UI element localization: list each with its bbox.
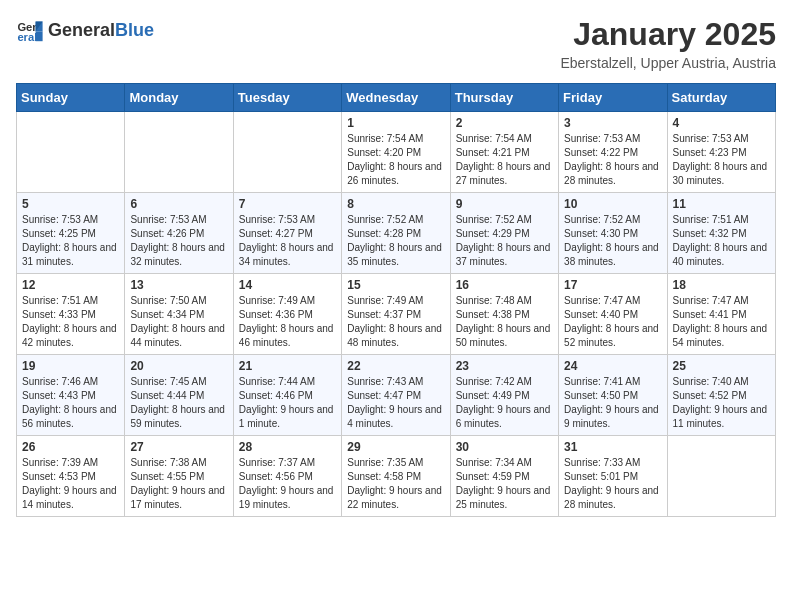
day-info: Sunrise: 7:39 AMSunset: 4:53 PMDaylight:… bbox=[22, 456, 119, 512]
calendar-cell: 1Sunrise: 7:54 AMSunset: 4:20 PMDaylight… bbox=[342, 112, 450, 193]
day-number: 3 bbox=[564, 116, 661, 130]
calendar-cell: 13Sunrise: 7:50 AMSunset: 4:34 PMDayligh… bbox=[125, 274, 233, 355]
logo-icon: Gen eral bbox=[16, 16, 44, 44]
day-info: Sunrise: 7:47 AMSunset: 4:40 PMDaylight:… bbox=[564, 294, 661, 350]
day-number: 4 bbox=[673, 116, 770, 130]
day-number: 10 bbox=[564, 197, 661, 211]
day-info: Sunrise: 7:38 AMSunset: 4:55 PMDaylight:… bbox=[130, 456, 227, 512]
day-number: 15 bbox=[347, 278, 444, 292]
weekday-header-tuesday: Tuesday bbox=[233, 84, 341, 112]
calendar-cell: 8Sunrise: 7:52 AMSunset: 4:28 PMDaylight… bbox=[342, 193, 450, 274]
weekday-header-friday: Friday bbox=[559, 84, 667, 112]
day-number: 8 bbox=[347, 197, 444, 211]
logo-blue-text: Blue bbox=[115, 20, 154, 40]
calendar-subtitle: Eberstalzell, Upper Austria, Austria bbox=[560, 55, 776, 71]
day-info: Sunrise: 7:54 AMSunset: 4:21 PMDaylight:… bbox=[456, 132, 553, 188]
calendar-table: SundayMondayTuesdayWednesdayThursdayFrid… bbox=[16, 83, 776, 517]
calendar-cell: 26Sunrise: 7:39 AMSunset: 4:53 PMDayligh… bbox=[17, 436, 125, 517]
day-info: Sunrise: 7:34 AMSunset: 4:59 PMDaylight:… bbox=[456, 456, 553, 512]
day-number: 26 bbox=[22, 440, 119, 454]
day-info: Sunrise: 7:53 AMSunset: 4:22 PMDaylight:… bbox=[564, 132, 661, 188]
calendar-cell: 3Sunrise: 7:53 AMSunset: 4:22 PMDaylight… bbox=[559, 112, 667, 193]
day-number: 29 bbox=[347, 440, 444, 454]
day-info: Sunrise: 7:50 AMSunset: 4:34 PMDaylight:… bbox=[130, 294, 227, 350]
weekday-header-wednesday: Wednesday bbox=[342, 84, 450, 112]
day-info: Sunrise: 7:44 AMSunset: 4:46 PMDaylight:… bbox=[239, 375, 336, 431]
day-number: 30 bbox=[456, 440, 553, 454]
day-number: 19 bbox=[22, 359, 119, 373]
day-number: 16 bbox=[456, 278, 553, 292]
day-number: 20 bbox=[130, 359, 227, 373]
day-info: Sunrise: 7:51 AMSunset: 4:33 PMDaylight:… bbox=[22, 294, 119, 350]
day-info: Sunrise: 7:54 AMSunset: 4:20 PMDaylight:… bbox=[347, 132, 444, 188]
calendar-cell: 31Sunrise: 7:33 AMSunset: 5:01 PMDayligh… bbox=[559, 436, 667, 517]
day-number: 9 bbox=[456, 197, 553, 211]
calendar-cell: 5Sunrise: 7:53 AMSunset: 4:25 PMDaylight… bbox=[17, 193, 125, 274]
weekday-header-row: SundayMondayTuesdayWednesdayThursdayFrid… bbox=[17, 84, 776, 112]
day-info: Sunrise: 7:33 AMSunset: 5:01 PMDaylight:… bbox=[564, 456, 661, 512]
calendar-cell: 11Sunrise: 7:51 AMSunset: 4:32 PMDayligh… bbox=[667, 193, 775, 274]
day-number: 25 bbox=[673, 359, 770, 373]
svg-rect-4 bbox=[36, 31, 43, 41]
calendar-cell: 18Sunrise: 7:47 AMSunset: 4:41 PMDayligh… bbox=[667, 274, 775, 355]
day-number: 18 bbox=[673, 278, 770, 292]
day-number: 24 bbox=[564, 359, 661, 373]
calendar-cell: 14Sunrise: 7:49 AMSunset: 4:36 PMDayligh… bbox=[233, 274, 341, 355]
day-info: Sunrise: 7:51 AMSunset: 4:32 PMDaylight:… bbox=[673, 213, 770, 269]
calendar-cell: 25Sunrise: 7:40 AMSunset: 4:52 PMDayligh… bbox=[667, 355, 775, 436]
day-number: 22 bbox=[347, 359, 444, 373]
day-info: Sunrise: 7:42 AMSunset: 4:49 PMDaylight:… bbox=[456, 375, 553, 431]
calendar-cell: 19Sunrise: 7:46 AMSunset: 4:43 PMDayligh… bbox=[17, 355, 125, 436]
day-number: 17 bbox=[564, 278, 661, 292]
calendar-title: January 2025 bbox=[560, 16, 776, 53]
day-number: 1 bbox=[347, 116, 444, 130]
calendar-cell bbox=[233, 112, 341, 193]
calendar-cell: 22Sunrise: 7:43 AMSunset: 4:47 PMDayligh… bbox=[342, 355, 450, 436]
calendar-cell: 29Sunrise: 7:35 AMSunset: 4:58 PMDayligh… bbox=[342, 436, 450, 517]
calendar-cell: 24Sunrise: 7:41 AMSunset: 4:50 PMDayligh… bbox=[559, 355, 667, 436]
logo-general-text: General bbox=[48, 20, 115, 40]
weekday-header-sunday: Sunday bbox=[17, 84, 125, 112]
calendar-cell: 30Sunrise: 7:34 AMSunset: 4:59 PMDayligh… bbox=[450, 436, 558, 517]
calendar-week-2: 5Sunrise: 7:53 AMSunset: 4:25 PMDaylight… bbox=[17, 193, 776, 274]
day-number: 6 bbox=[130, 197, 227, 211]
calendar-cell: 28Sunrise: 7:37 AMSunset: 4:56 PMDayligh… bbox=[233, 436, 341, 517]
weekday-header-thursday: Thursday bbox=[450, 84, 558, 112]
calendar-week-4: 19Sunrise: 7:46 AMSunset: 4:43 PMDayligh… bbox=[17, 355, 776, 436]
day-number: 31 bbox=[564, 440, 661, 454]
day-number: 14 bbox=[239, 278, 336, 292]
calendar-cell: 12Sunrise: 7:51 AMSunset: 4:33 PMDayligh… bbox=[17, 274, 125, 355]
day-number: 7 bbox=[239, 197, 336, 211]
day-info: Sunrise: 7:40 AMSunset: 4:52 PMDaylight:… bbox=[673, 375, 770, 431]
calendar-cell: 16Sunrise: 7:48 AMSunset: 4:38 PMDayligh… bbox=[450, 274, 558, 355]
calendar-cell: 2Sunrise: 7:54 AMSunset: 4:21 PMDaylight… bbox=[450, 112, 558, 193]
day-info: Sunrise: 7:48 AMSunset: 4:38 PMDaylight:… bbox=[456, 294, 553, 350]
day-info: Sunrise: 7:53 AMSunset: 4:26 PMDaylight:… bbox=[130, 213, 227, 269]
page-header: Gen eral GeneralBlue January 2025 Eberst… bbox=[16, 16, 776, 71]
calendar-cell: 15Sunrise: 7:49 AMSunset: 4:37 PMDayligh… bbox=[342, 274, 450, 355]
calendar-cell: 23Sunrise: 7:42 AMSunset: 4:49 PMDayligh… bbox=[450, 355, 558, 436]
day-info: Sunrise: 7:35 AMSunset: 4:58 PMDaylight:… bbox=[347, 456, 444, 512]
day-info: Sunrise: 7:45 AMSunset: 4:44 PMDaylight:… bbox=[130, 375, 227, 431]
day-number: 27 bbox=[130, 440, 227, 454]
day-number: 2 bbox=[456, 116, 553, 130]
day-info: Sunrise: 7:52 AMSunset: 4:29 PMDaylight:… bbox=[456, 213, 553, 269]
calendar-cell: 21Sunrise: 7:44 AMSunset: 4:46 PMDayligh… bbox=[233, 355, 341, 436]
day-number: 5 bbox=[22, 197, 119, 211]
title-block: January 2025 Eberstalzell, Upper Austria… bbox=[560, 16, 776, 71]
day-info: Sunrise: 7:52 AMSunset: 4:28 PMDaylight:… bbox=[347, 213, 444, 269]
day-number: 12 bbox=[22, 278, 119, 292]
calendar-week-5: 26Sunrise: 7:39 AMSunset: 4:53 PMDayligh… bbox=[17, 436, 776, 517]
svg-text:eral: eral bbox=[17, 31, 37, 43]
day-number: 23 bbox=[456, 359, 553, 373]
calendar-cell: 27Sunrise: 7:38 AMSunset: 4:55 PMDayligh… bbox=[125, 436, 233, 517]
calendar-cell bbox=[667, 436, 775, 517]
day-info: Sunrise: 7:41 AMSunset: 4:50 PMDaylight:… bbox=[564, 375, 661, 431]
calendar-cell: 6Sunrise: 7:53 AMSunset: 4:26 PMDaylight… bbox=[125, 193, 233, 274]
calendar-week-3: 12Sunrise: 7:51 AMSunset: 4:33 PMDayligh… bbox=[17, 274, 776, 355]
calendar-week-1: 1Sunrise: 7:54 AMSunset: 4:20 PMDaylight… bbox=[17, 112, 776, 193]
day-number: 13 bbox=[130, 278, 227, 292]
calendar-cell bbox=[17, 112, 125, 193]
calendar-cell: 10Sunrise: 7:52 AMSunset: 4:30 PMDayligh… bbox=[559, 193, 667, 274]
calendar-cell: 7Sunrise: 7:53 AMSunset: 4:27 PMDaylight… bbox=[233, 193, 341, 274]
